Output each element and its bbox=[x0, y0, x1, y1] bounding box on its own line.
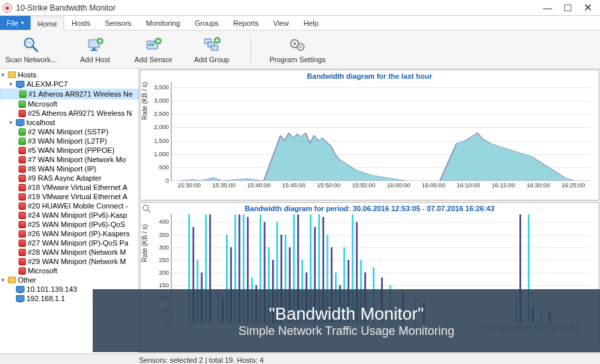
tree-sensor[interactable]: #24 WAN Miniport (IPv6)-Kasp bbox=[0, 210, 138, 220]
tab-hosts[interactable]: Hosts bbox=[64, 16, 97, 30]
tab-monitoring[interactable]: Monitoring bbox=[139, 16, 187, 30]
window-title: 10-Strike Bandwidth Monitor bbox=[16, 3, 538, 13]
tree-sensor[interactable]: #5 WAN Miniport (PPPOE) bbox=[0, 146, 138, 155]
add-sensor-button[interactable]: Add Sensor bbox=[134, 36, 174, 64]
tree-sensor[interactable]: Microsoft bbox=[0, 266, 138, 275]
tree-sensor[interactable]: #1 Atheros AR9271 Wireless Ne bbox=[0, 89, 138, 99]
tab-reports[interactable]: Reports bbox=[226, 16, 266, 30]
add-host-button[interactable]: Add Host bbox=[75, 36, 115, 64]
minimize-button[interactable]: — bbox=[538, 1, 558, 15]
svg-rect-11 bbox=[211, 46, 218, 50]
app-icon bbox=[3, 3, 12, 13]
tab-groups[interactable]: Groups bbox=[187, 16, 226, 30]
ribbon: Scan Network... Add Host Add Sensor Add … bbox=[0, 30, 600, 69]
ribbon-label: Add Sensor bbox=[134, 56, 172, 64]
tree-host[interactable]: ▾localhost bbox=[0, 118, 138, 127]
ribbon-divider bbox=[250, 36, 251, 64]
tree-sensor[interactable]: #3 WAN Miniport (L2TP) bbox=[0, 136, 138, 146]
tab-help[interactable]: Help bbox=[296, 16, 326, 30]
overlay-subtitle: Simple Network Traffic Usage Monitoring bbox=[238, 324, 454, 338]
chart-ylabel: Rate (KB / s) bbox=[141, 224, 148, 262]
svg-rect-4 bbox=[93, 48, 95, 50]
svg-rect-2 bbox=[26, 41, 32, 45]
tree-root-other[interactable]: ▾Other bbox=[0, 275, 138, 285]
close-button[interactable]: ✕ bbox=[577, 1, 597, 15]
svg-rect-5 bbox=[91, 50, 97, 51]
svg-line-1 bbox=[32, 46, 37, 51]
tree-sensor[interactable]: #8 WAN Miniport (IP) bbox=[0, 164, 138, 173]
tree-sensor[interactable]: #18 VMware Virtual Ethernet A bbox=[0, 183, 138, 192]
tree-root-hosts[interactable]: ▾Hosts bbox=[0, 70, 138, 79]
tree-sensor[interactable]: #9 RAS Async Adapter bbox=[0, 173, 138, 183]
zoom-icon[interactable] bbox=[142, 204, 151, 213]
chart-plot-area: 05001,0001,5002,0002,5003,0003,50015:30:… bbox=[171, 82, 591, 181]
tab-home[interactable]: Home bbox=[30, 17, 64, 30]
tab-view[interactable]: View bbox=[266, 16, 297, 30]
menubar: File HomeHostsSensorsMonitoringGroupsRep… bbox=[0, 16, 600, 30]
tree-sensor[interactable]: #2 WAN Miniport (SSTP) bbox=[0, 127, 138, 136]
chart-title: Bandwidth diagram for period: 30.06.2016… bbox=[140, 203, 599, 214]
statusbar-text: Sensors: selected 2 | total 19. Hosts: 4 bbox=[139, 356, 264, 364]
file-menu[interactable]: File bbox=[0, 16, 30, 30]
svg-point-14 bbox=[293, 42, 296, 45]
program-settings-button[interactable]: Program Settings bbox=[270, 36, 326, 64]
tree-sensor[interactable]: #26 WAN Miniport (IP)-Kaspers bbox=[0, 229, 138, 238]
tree-host[interactable]: ▾ALEXM-PC7 bbox=[0, 79, 138, 89]
add-sensor-icon bbox=[144, 36, 163, 54]
ribbon-label: Add Group bbox=[194, 56, 229, 64]
chart-title: Bandwidth diagram for the last hour bbox=[140, 70, 599, 82]
ribbon-label: Program Settings bbox=[270, 56, 326, 64]
add-group-icon bbox=[203, 36, 221, 54]
svg-line-18 bbox=[148, 210, 150, 212]
tree-sensor[interactable]: #28 WAN Miniport (Network M bbox=[0, 248, 138, 257]
tree-sensor[interactable]: #19 VMware Virtual Ethernet A bbox=[0, 192, 138, 201]
gear-icon bbox=[288, 36, 307, 54]
ribbon-label: Scan Network... bbox=[5, 56, 57, 64]
tree-sensor[interactable]: #27 WAN Miniport (IP)-QoS Pa bbox=[0, 238, 138, 248]
titlebar: 10-Strike Bandwidth Monitor — ☐ ✕ bbox=[0, 0, 600, 16]
tab-sensors[interactable]: Sensors bbox=[97, 16, 138, 30]
add-host-icon bbox=[86, 36, 105, 54]
tree-sensor[interactable]: #25 WAN Miniport (IPv6)-QoS bbox=[0, 220, 138, 229]
tree-sensor[interactable]: #20 HUAWEI Mobile Connect - bbox=[0, 201, 138, 210]
svg-point-16 bbox=[300, 46, 302, 48]
tree-sensor[interactable]: Microsoft bbox=[0, 99, 138, 109]
add-group-button[interactable]: Add Group bbox=[192, 36, 232, 64]
tree-sensor[interactable]: #29 WAN Miniport (Network M bbox=[0, 257, 138, 266]
maximize-button[interactable]: ☐ bbox=[558, 1, 577, 15]
scan-network-button[interactable]: Scan Network... bbox=[5, 36, 57, 64]
tree-sensor[interactable]: #25 Atheros AR9271 Wireless N bbox=[0, 109, 138, 118]
svg-point-17 bbox=[143, 205, 148, 210]
window-controls: — ☐ ✕ bbox=[538, 1, 597, 15]
promo-overlay: "Bandwidth Monitor" Simple Network Traff… bbox=[93, 289, 600, 352]
chart-last-hour: Bandwidth diagram for the last hour Rate… bbox=[140, 69, 599, 201]
scan-network-icon bbox=[22, 36, 40, 54]
ribbon-label: Add Host bbox=[80, 56, 110, 64]
chart-ylabel: Rate (KB / s) bbox=[141, 82, 148, 120]
tree-sensor[interactable]: #7 WAN Miniport (Network Mo bbox=[0, 155, 138, 164]
overlay-title: "Bandwidth Monitor" bbox=[269, 304, 424, 324]
statusbar: Sensors: selected 2 | total 19. Hosts: 4 bbox=[0, 353, 600, 364]
